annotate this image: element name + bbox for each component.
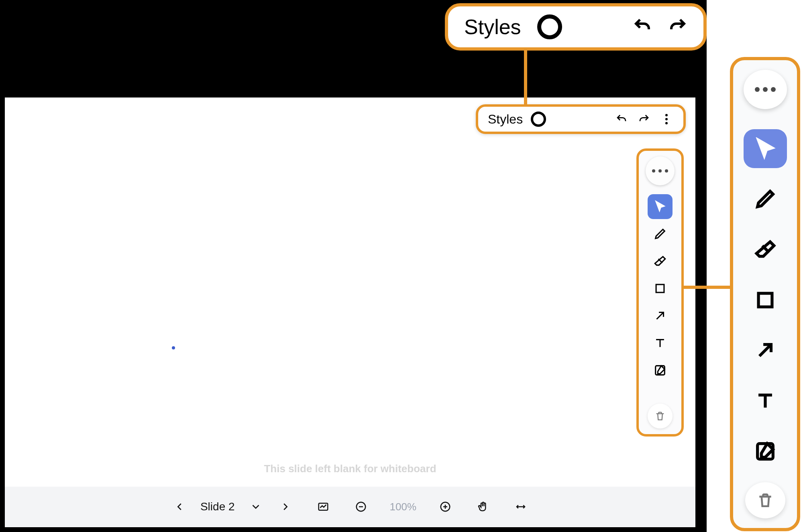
background-black-bottom: [5, 527, 695, 532]
eraser-tool-button[interactable]: [648, 249, 673, 274]
cursor-icon: [754, 137, 777, 160]
slide-canvas[interactable]: This slide left blank for whiteboard: [5, 97, 695, 487]
chart-button[interactable]: [314, 498, 332, 516]
next-slide-button[interactable]: [277, 498, 294, 516]
fit-width-button[interactable]: [512, 498, 530, 516]
zoom-out-button[interactable]: [352, 498, 370, 516]
bottom-bar: Slide 2 100%: [5, 487, 695, 527]
arrow-tool-button[interactable]: [648, 303, 673, 328]
redo-icon: [638, 113, 650, 125]
delete-button[interactable]: [648, 404, 673, 428]
trash-icon: [654, 410, 666, 422]
plus-circle-icon: [439, 501, 451, 513]
chevron-down-icon: [250, 501, 262, 513]
background-black-right: [695, 97, 707, 532]
undo-icon: [615, 113, 628, 125]
callout-select-tool-button[interactable]: [744, 129, 787, 169]
redo-icon: [668, 16, 687, 36]
style-swatch-circle-icon[interactable]: [531, 112, 546, 127]
callout-connector-vertical: [524, 51, 527, 104]
callout-note-tool-button[interactable]: [744, 432, 787, 471]
svg-line-15: [759, 345, 771, 356]
slide-label[interactable]: Slide 2: [200, 500, 235, 513]
callout-redo-button[interactable]: [668, 16, 687, 37]
text-tool-button[interactable]: [648, 331, 673, 355]
blank-slide-message: This slide left blank for whiteboard: [264, 463, 436, 475]
note-tool-button[interactable]: [648, 358, 673, 383]
background-black-left: [0, 97, 5, 532]
pencil-icon: [754, 187, 777, 211]
callout-arrow-tool-button[interactable]: [744, 331, 787, 370]
callout-pen-tool-button[interactable]: [744, 179, 787, 219]
inline-styles-toolbar: Styles: [476, 104, 686, 134]
callout-tool-panel: [730, 57, 800, 531]
kebab-icon: [665, 114, 668, 124]
chart-icon: [317, 501, 329, 513]
svg-rect-14: [758, 293, 772, 307]
callout-swatch-circle-icon[interactable]: [537, 14, 562, 39]
chevron-left-icon: [173, 501, 185, 513]
square-icon: [754, 288, 777, 312]
inline-tool-panel: [636, 148, 684, 437]
trash-icon: [756, 491, 774, 509]
callout-styles-toolbar: Styles: [445, 3, 707, 51]
text-icon: [754, 389, 777, 412]
arrow-icon: [754, 339, 777, 362]
callout-delete-button[interactable]: [745, 482, 785, 518]
zoom-in-button[interactable]: [436, 498, 454, 516]
shape-tool-button[interactable]: [648, 276, 673, 301]
svg-rect-8: [656, 284, 664, 292]
arrows-horizontal-icon: [515, 501, 527, 513]
zoom-level[interactable]: 100%: [390, 501, 417, 513]
pan-button[interactable]: [474, 498, 492, 516]
tool-panel-more-button[interactable]: [646, 156, 675, 185]
eraser-icon: [653, 254, 667, 268]
chevron-right-icon: [279, 501, 291, 513]
arrow-icon: [653, 309, 667, 323]
callout-text-tool-button[interactable]: [744, 381, 787, 420]
select-tool-button[interactable]: [648, 194, 673, 219]
callout-undo-button[interactable]: [633, 16, 652, 37]
pencil-icon: [653, 227, 667, 241]
callout-eraser-tool-button[interactable]: [744, 230, 787, 269]
edit-square-icon: [653, 363, 667, 377]
text-icon: [653, 336, 667, 350]
square-icon: [653, 282, 667, 295]
more-button[interactable]: [659, 112, 674, 126]
styles-label[interactable]: Styles: [488, 112, 523, 127]
callout-more-button[interactable]: [744, 70, 787, 109]
redo-button[interactable]: [637, 112, 651, 126]
canvas-blue-dot: [172, 346, 175, 349]
pen-tool-button[interactable]: [648, 221, 673, 246]
minus-circle-icon: [355, 501, 367, 513]
prev-slide-button[interactable]: [171, 498, 188, 516]
undo-icon: [633, 16, 652, 36]
ellipsis-icon: [755, 87, 776, 92]
undo-button[interactable]: [614, 112, 629, 126]
ellipsis-icon: [652, 169, 668, 173]
callout-shape-tool-button[interactable]: [744, 280, 787, 320]
callout-connector-horizontal: [684, 286, 730, 289]
slide-dropdown-button[interactable]: [247, 498, 265, 516]
hand-icon: [477, 501, 489, 513]
eraser-icon: [754, 238, 777, 261]
svg-line-9: [657, 313, 664, 319]
callout-styles-label[interactable]: Styles: [464, 15, 521, 39]
cursor-icon: [653, 200, 667, 213]
edit-square-icon: [754, 440, 777, 463]
